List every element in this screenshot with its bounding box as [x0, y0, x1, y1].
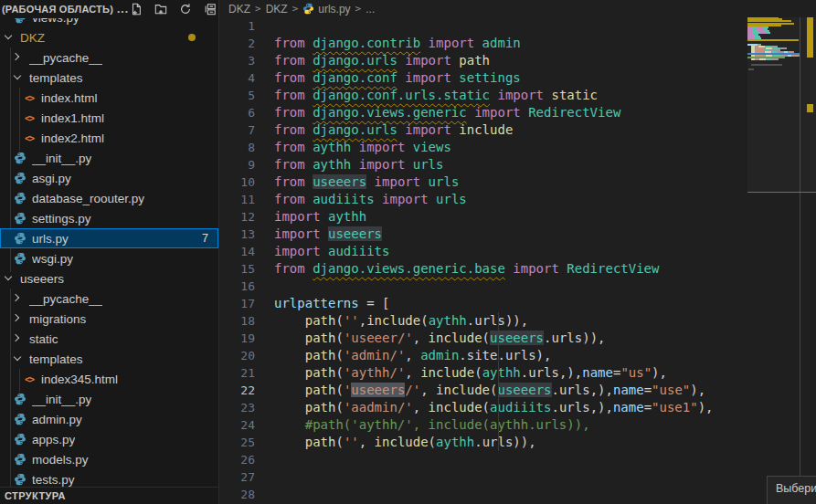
line-content: import useeers	[274, 226, 382, 243]
collapse-all-button[interactable]	[203, 2, 217, 16]
item-label: apps.py	[32, 433, 75, 446]
code-line[interactable]: 25 path('', include(aythh.urls)),	[220, 434, 747, 451]
breadcrumb-item[interactable]: ...	[366, 3, 375, 16]
eol-tooltip: Выберите последовательность конца строки	[767, 476, 816, 504]
item-label: useeers	[20, 272, 64, 286]
code-line[interactable]: 3from django.urls import path	[220, 52, 747, 69]
line-number: 2	[220, 35, 255, 52]
code-line[interactable]: 7from django.urls import include	[220, 121, 747, 139]
tree-item-models-py[interactable]: models.py	[0, 449, 218, 469]
python-icon	[302, 3, 314, 15]
tree-item-index2-html[interactable]: <>index2.html	[0, 128, 218, 148]
item-label: index345.html	[41, 373, 118, 386]
tree-item-templates[interactable]: templates	[0, 68, 218, 88]
tree-item-index345-html[interactable]: <>index345.html	[0, 369, 218, 389]
line-number: 11	[220, 191, 255, 208]
line-content: from django.conf.urls.static import stat…	[274, 87, 598, 104]
code-area[interactable]: 12from django.contrib import admin3from …	[220, 17, 747, 504]
code-line[interactable]: 14import audiiits	[220, 243, 747, 260]
code-line[interactable]: 5from django.conf.urls.static import sta…	[220, 87, 747, 104]
tree-item--pycache-[interactable]: __pycache__	[0, 289, 218, 309]
item-label: index2.html	[41, 131, 104, 145]
code-line[interactable]: 28	[220, 486, 747, 503]
code-line[interactable]: 10from useeers import urls	[220, 173, 747, 191]
breadcrumb-item[interactable]: DKZ	[266, 3, 288, 16]
line-number: 14	[220, 243, 255, 260]
viewport-slider[interactable]	[747, 0, 816, 193]
item-label: asgi.py	[32, 172, 71, 185]
code-line[interactable]: 13import useeers	[220, 226, 747, 243]
code-line[interactable]: 22 path('useeers/', include(useeers.urls…	[220, 382, 747, 399]
line-content: from django.conf import settings	[274, 69, 521, 87]
tree-item-urls-py[interactable]: urls.py7	[0, 228, 218, 248]
tree-item-index1-html[interactable]: <>index1.html	[0, 108, 218, 128]
breadcrumb-separator: >	[292, 3, 299, 15]
code-line[interactable]: 23 path('aadmin/', include(audiiits.urls…	[220, 399, 747, 416]
line-content: from django.contrib import admin	[274, 35, 521, 52]
code-line[interactable]: 26	[220, 451, 747, 468]
refresh-button[interactable]	[178, 2, 193, 16]
code-line[interactable]: 9from aythh import urls	[220, 156, 747, 173]
code-line[interactable]: 15from django.views.generic.base import …	[220, 260, 747, 278]
more-actions-icon[interactable]: ...	[117, 3, 129, 16]
file-tree: views.pyDKZ__pycache__templates<>index.h…	[0, 7, 218, 489]
outline-header[interactable]: СТРУКТУРА	[0, 487, 218, 504]
code-line[interactable]: 19 path('useeer/', include(useeers.urls)…	[220, 330, 747, 347]
tree-item-index-html[interactable]: <>index.html	[0, 88, 218, 108]
tree-item-settings-py[interactable]: settings.py	[0, 208, 218, 228]
line-number: 25	[220, 434, 255, 451]
item-label: database_roouter.py	[32, 192, 144, 205]
code-line[interactable]: 11from audiiits import urls	[220, 191, 747, 208]
new-folder-button[interactable]	[154, 2, 168, 16]
tree-item--init-py[interactable]: __init__.py	[0, 148, 218, 168]
item-label: tests.py	[32, 473, 75, 487]
breadcrumb: DKZ>DKZ> urls.py>...	[220, 0, 816, 17]
tree-item-wsgi-py[interactable]: wsgi.py	[0, 248, 218, 268]
item-label: DKZ	[20, 31, 45, 45]
code-line[interactable]: 18 path('',include(aythh.urls)),	[220, 312, 747, 330]
editor: DKZ>DKZ> urls.py>... 12from django.contr…	[220, 0, 816, 504]
tree-item-useeers[interactable]: useeers	[0, 268, 218, 289]
explorer-header: (РАБОЧАЯ ОБЛАСТЬ) ...	[0, 0, 218, 18]
item-label: __init__.py	[32, 393, 91, 406]
line-number: 21	[220, 364, 255, 382]
breadcrumb-item[interactable]: urls.py	[302, 3, 350, 16]
line-number: 10	[220, 173, 255, 191]
line-content: from django.views.generic.base import Re…	[274, 260, 659, 278]
tree-item--pycache-[interactable]: __pycache__	[0, 47, 218, 68]
line-content: import audiiits	[274, 243, 389, 260]
line-number: 15	[220, 260, 255, 278]
line-number: 6	[220, 104, 255, 121]
code-line[interactable]: 16	[220, 278, 747, 295]
tree-item-migrations[interactable]: migrations	[0, 309, 218, 329]
code-line[interactable]: 24 #path('aythh/', include(aythh.urls)),	[220, 416, 747, 434]
new-file-button[interactable]	[129, 2, 143, 16]
code-line[interactable]: 27	[220, 468, 747, 486]
code-line[interactable]: 1	[220, 17, 747, 35]
tree-item-dkz[interactable]: DKZ	[0, 27, 218, 47]
item-label: index.html	[41, 91, 98, 105]
tree-item-templates[interactable]: templates	[0, 349, 218, 369]
tree-item-database-roouter-py[interactable]: database_roouter.py	[0, 188, 218, 208]
code-line[interactable]: 20 path('admin/', admin.site.urls),	[220, 347, 747, 364]
code-line[interactable]: 21 path('aythh/', include(aythh.urls,),n…	[220, 364, 747, 382]
line-content: path('aadmin/', include(audiiits.urls,),…	[274, 399, 714, 416]
chevron-down-icon	[13, 354, 22, 363]
tree-item-static[interactable]: static	[0, 329, 218, 349]
tree-item--init-py[interactable]: __init__.py	[0, 389, 218, 409]
tree-item-admin-py[interactable]: admin.py	[0, 409, 218, 429]
code-line[interactable]: 12import aythh	[220, 208, 747, 226]
code-line[interactable]: 8from aythh import views	[220, 139, 747, 156]
code-line[interactable]: 17urlpatterns = [	[220, 295, 747, 312]
tree-item-asgi-py[interactable]: asgi.py	[0, 168, 218, 188]
line-content: path('useeers/', include(useeers.urls,),…	[274, 382, 705, 399]
code-line[interactable]: 2from django.contrib import admin	[220, 35, 747, 52]
breadcrumb-item[interactable]: DKZ	[228, 3, 250, 16]
tree-item-apps-py[interactable]: apps.py	[0, 429, 218, 449]
line-content: from aythh import views	[274, 139, 451, 156]
collapse-all-icon	[204, 3, 217, 16]
code-indent-guide	[498, 312, 499, 451]
code-line[interactable]: 6from django.views.generic import Redire…	[220, 104, 747, 121]
code-line[interactable]: 4from django.conf import settings	[220, 69, 747, 87]
python-icon	[13, 432, 27, 446]
